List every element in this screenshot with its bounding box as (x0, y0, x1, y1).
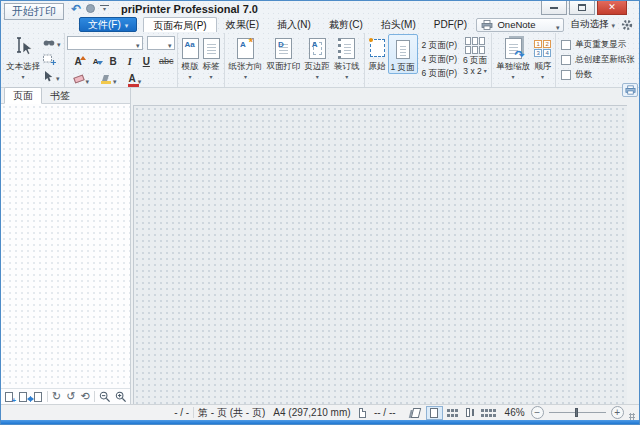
view-mode-grid-button[interactable] (480, 406, 497, 420)
grow-font-button[interactable]: A (73, 56, 84, 67)
zoom-slider[interactable] (549, 412, 606, 413)
six-pages-grid-label1: 6 页面 (463, 55, 487, 65)
template-button[interactable]: Aa 模版 (180, 34, 201, 82)
select-area-button[interactable] (42, 69, 62, 83)
paper-orientation-button[interactable]: A* 纸张方向 (227, 34, 265, 82)
preview-sheet-area[interactable] (133, 105, 627, 404)
duplex-print-button[interactable]: D 双面打印 (265, 34, 303, 72)
sidebar-tab-bookmarks[interactable]: 书签 (42, 88, 78, 103)
tab-header[interactable]: 抬头(M) (372, 17, 425, 32)
rotate-cw-button[interactable]: ↻ (51, 390, 61, 403)
duplex-label: 双面打印 (267, 61, 301, 71)
find-button[interactable] (42, 35, 62, 49)
app-window: 开始打印 ↶ ▾ priPrinter Professional 7.0 ✕ 文… (0, 0, 640, 425)
sidebar-tab-pages[interactable]: 页面 (4, 87, 42, 104)
tab-file[interactable]: 文件(F) (79, 17, 137, 32)
two-pages-option[interactable]: 2 页面(P) (418, 38, 461, 52)
four-pages-option[interactable]: 4 页面(P) (418, 52, 461, 66)
start-print-button[interactable]: 开始打印 (4, 3, 64, 20)
printer-icon (625, 85, 636, 95)
text-select-button[interactable]: 文本选择 (4, 34, 42, 82)
ribbon-group-options: 单页重复显示 总创建至新纸张 份数 (556, 33, 639, 87)
status-page-info[interactable]: 第 - 页 (共 - 页) (194, 406, 269, 420)
insert-page-after-button[interactable] (33, 390, 43, 403)
original-button[interactable]: 原始 (367, 34, 388, 72)
binding-line-button[interactable]: 装订线 (332, 34, 362, 82)
tab-effects[interactable]: 效果(E) (217, 17, 268, 32)
zoom-slider-thumb[interactable] (575, 408, 578, 417)
printer-status-button[interactable] (622, 83, 638, 97)
thumbnails-view-icon (447, 409, 450, 412)
status-paper-size[interactable]: A4 (297,210 mm) (269, 407, 354, 418)
single-page-view-icon (430, 408, 438, 418)
close-button[interactable]: ✕ (597, 1, 627, 15)
shrink-font-button[interactable]: A (91, 57, 101, 66)
snapshot-button[interactable] (42, 52, 62, 66)
maximize-icon (578, 4, 586, 11)
maximize-button[interactable] (569, 1, 595, 15)
thumb-zoom-out-button[interactable] (99, 390, 111, 403)
tab-crop[interactable]: 裁剪(C) (320, 17, 372, 32)
tab-page-layout[interactable]: 页面布局(P) (143, 17, 216, 32)
separate-zoom-button[interactable]: ↷ 单独缩放 (494, 34, 532, 82)
tab-insert[interactable]: 插入(N) (268, 17, 320, 32)
new-page-button[interactable]: + (4, 390, 14, 403)
qat-more-icon[interactable]: ▾ (100, 5, 109, 12)
insert-page-before-button[interactable] (18, 390, 28, 403)
bold-button[interactable]: B (108, 56, 119, 67)
gear-icon[interactable] (621, 19, 633, 31)
font-color-icon: A (129, 74, 136, 84)
strikethrough-button[interactable]: abc (159, 56, 174, 66)
font-color-button[interactable]: A (128, 72, 143, 86)
margins-button[interactable]: A 页边距 (303, 34, 333, 82)
order-icon: 1 2 3 4 (534, 40, 551, 57)
new-page-icon: + (5, 392, 13, 402)
refresh-button[interactable]: ⟲ (80, 390, 90, 403)
preview-canvas[interactable] (131, 88, 639, 404)
view-mode-thumbnails-button[interactable] (444, 406, 461, 420)
highlight-button[interactable] (100, 72, 118, 86)
chevron-down-icon (57, 33, 61, 51)
page-thumbnails-panel[interactable] (1, 104, 130, 388)
checkbox-repeat-page[interactable]: 单页重复显示 (561, 39, 635, 51)
chevron-down-icon (316, 71, 319, 81)
orientation-icon[interactable] (359, 408, 366, 418)
italic-button[interactable]: I (126, 56, 134, 67)
checkbox-copies[interactable]: 份数 (561, 69, 635, 81)
six-pages-grid-label2: 3 x 2 (463, 65, 486, 76)
main-area: 页面 书签 + ↻ ↺ ⟲ (1, 88, 639, 404)
resize-grip[interactable] (629, 413, 635, 420)
insert-page-after-icon (34, 392, 42, 402)
six-pages-option[interactable]: 6 页面(P) (418, 66, 461, 80)
font-name-combobox[interactable] (67, 36, 143, 50)
one-page-button[interactable]: 1 页面 (388, 34, 418, 74)
minimize-button[interactable] (541, 1, 567, 15)
zoom-in-button[interactable]: + (611, 406, 624, 419)
status-bar: - / - 第 - 页 (共 - 页) A4 (297,210 mm) -- /… (1, 404, 639, 420)
zoom-out-button[interactable]: − (531, 406, 544, 419)
format-eraser-button[interactable] (73, 72, 91, 86)
orientation-glyph: A (240, 41, 246, 49)
thumb-zoom-in-button[interactable] (115, 390, 127, 403)
tab-pdf[interactable]: PDF(P) (425, 17, 476, 32)
view-mode-single-button[interactable] (426, 406, 443, 420)
underline-button[interactable]: U (141, 56, 152, 67)
font-size-combobox[interactable] (147, 36, 175, 50)
printer-icon (481, 20, 493, 30)
view-mode-spread-button[interactable] (462, 406, 479, 420)
checkbox-new-sheet[interactable]: 总创建至新纸张 (561, 54, 635, 66)
six-pages-grid-button[interactable]: 6 页面 3 x 2 (461, 34, 489, 77)
printer-selector[interactable]: OneNote (476, 18, 564, 32)
grid-dims-label: 3 x 2 (463, 66, 481, 76)
undo-icon[interactable]: ↶ (71, 3, 81, 15)
chevron-down-icon (168, 34, 172, 52)
zoom-percent: 46% (505, 407, 525, 418)
tag-button[interactable]: 标签 (201, 34, 222, 82)
paper-mode-selector[interactable]: 自动选择 (570, 18, 615, 31)
view-mode-stack-button[interactable] (408, 406, 425, 420)
feedback-bubble-icon[interactable] (86, 4, 95, 13)
rotate-ccw-button[interactable]: ↺ (66, 390, 76, 403)
paper-orientation-icon: A* (237, 38, 254, 59)
order-button[interactable]: 1 2 3 4 顺序 (532, 34, 553, 82)
order-cell: 4 (543, 49, 551, 57)
